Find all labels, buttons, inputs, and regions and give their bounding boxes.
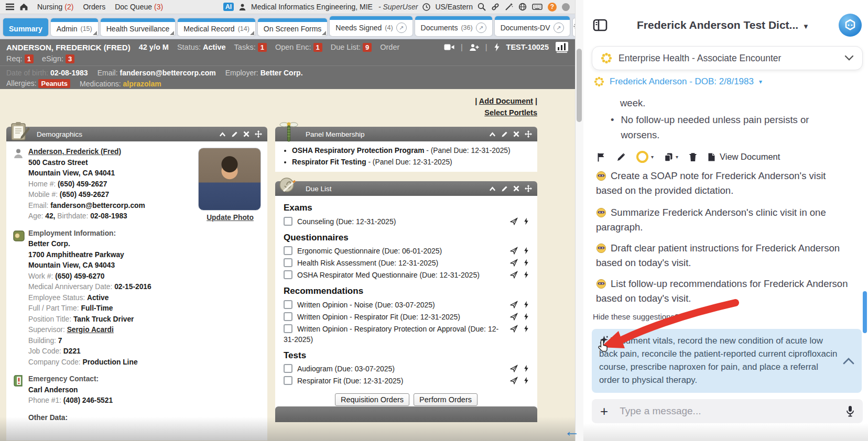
chat-scrollbar[interactable]: [863, 291, 867, 333]
popout-icon[interactable]: ↗: [476, 23, 486, 33]
requisition-orders-button[interactable]: Requisition Orders: [335, 393, 409, 406]
checkbox[interactable]: [284, 312, 292, 321]
checkbox[interactable]: [284, 217, 292, 226]
perform-order-bolt-icon[interactable]: [524, 365, 529, 372]
collapse-icon[interactable]: [489, 186, 496, 192]
tab-needs-signed[interactable]: Needs Signed(4)↗: [330, 16, 412, 36]
send-order-icon[interactable]: [510, 377, 518, 384]
due-list-count-badge[interactable]: 9: [363, 43, 372, 52]
assistant-avatar[interactable]: [839, 14, 862, 37]
checkbox[interactable]: [284, 300, 292, 309]
send-order-icon[interactable]: [510, 259, 518, 267]
checkbox[interactable]: [284, 258, 292, 267]
title-caret-icon[interactable]: ▼: [802, 23, 809, 30]
medication-value[interactable]: alprazolam: [123, 80, 161, 88]
req-count-badge[interactable]: 1: [25, 54, 34, 63]
open-enc-count-badge[interactable]: 1: [313, 43, 322, 52]
encounter-id[interactable]: TEST-10025: [506, 43, 549, 51]
checkbox[interactable]: [284, 376, 292, 385]
patient-name-link[interactable]: Anderson, Frederick (Fred): [28, 148, 121, 156]
collapse-icon[interactable]: [219, 131, 226, 137]
next-portlet-header-peek[interactable]: [275, 406, 537, 422]
chart-stats-icon[interactable]: [555, 41, 569, 53]
edit-icon[interactable]: [501, 131, 508, 138]
close-icon[interactable]: [513, 131, 519, 137]
action-suggestion-card[interactable]: Document vitals, record the new conditio…: [592, 329, 862, 393]
collapse-card-chevron-icon[interactable]: [843, 357, 854, 365]
tab-documents-dv[interactable]: Documents-DV↗: [495, 16, 570, 36]
flag-icon[interactable]: [597, 152, 606, 162]
suggestion-item[interactable]: Draft clear patient instructions for Fre…: [596, 241, 852, 270]
hide-suggestions-link[interactable]: Hide these suggestions?: [593, 312, 679, 321]
chevron-down-icon[interactable]: [844, 55, 854, 61]
perform-order-bolt-icon[interactable]: [524, 313, 529, 321]
suggestion-item[interactable]: List follow-up recommendations for Frede…: [596, 277, 852, 306]
chat-patient-context[interactable]: Frederick Anderson - DOB: 2/8/1983 ▾: [594, 76, 762, 87]
edit-icon[interactable]: [231, 131, 238, 138]
patient-caret-icon[interactable]: ▾: [759, 78, 762, 85]
suggestion-item[interactable]: Create a SOAP note for Frederick Anderso…: [596, 169, 852, 198]
wand-icon[interactable]: [505, 3, 513, 11]
allergy-badge[interactable]: Peanuts: [38, 79, 70, 88]
globe-icon[interactable]: [518, 3, 527, 11]
microphone-icon[interactable]: [846, 405, 854, 417]
checkbox[interactable]: [284, 324, 292, 333]
add-person-icon[interactable]: [469, 43, 479, 51]
hamburger-menu-icon[interactable]: [5, 3, 15, 10]
delete-trash-icon[interactable]: [689, 152, 697, 162]
sidebar-toggle-icon[interactable]: [593, 19, 607, 31]
home-icon[interactable]: [19, 3, 28, 11]
send-order-icon[interactable]: [510, 325, 518, 333]
keyboard-icon[interactable]: [532, 3, 542, 10]
nav-nursing[interactable]: Nursing(2): [37, 3, 73, 11]
add-document-link[interactable]: Add Document: [479, 97, 533, 105]
perform-order-bolt-icon[interactable]: [524, 217, 529, 225]
perform-order-bolt-icon[interactable]: [524, 301, 529, 308]
perform-order-bolt-icon[interactable]: [524, 325, 529, 333]
due-list-header[interactable]: Due List: [275, 181, 537, 196]
perform-order-bolt-icon[interactable]: [524, 377, 529, 384]
send-order-icon[interactable]: [510, 365, 518, 372]
organization-name[interactable]: Medical Informatics Engineering, MIE: [251, 3, 373, 11]
link-icon[interactable]: [491, 3, 500, 11]
checkbox[interactable]: [284, 270, 292, 279]
send-order-icon[interactable]: [510, 247, 518, 255]
encounter-selector[interactable]: Enterprise Health - Associate Encounter: [592, 46, 863, 70]
suggestion-item[interactable]: Summarize Frederick Anderson's clinic vi…: [596, 205, 852, 235]
eh-action-menu[interactable]: ▾: [636, 151, 654, 163]
perform-order-bolt-icon[interactable]: [524, 271, 529, 279]
message-input[interactable]: [619, 405, 836, 417]
copy-menu[interactable]: ▾: [664, 152, 678, 162]
edit-icon[interactable]: [501, 185, 508, 192]
move-icon[interactable]: [525, 185, 532, 192]
perform-orders-button[interactable]: Perform Orders: [414, 393, 478, 406]
select-portlets-link[interactable]: Select Portlets: [484, 108, 537, 117]
tab-summary[interactable]: Summary: [3, 18, 48, 36]
close-icon[interactable]: [513, 185, 519, 192]
chat-title[interactable]: Frederick Anderson Test Dict...▼: [607, 19, 839, 31]
tab-documents[interactable]: Documents(36)↗: [415, 16, 492, 36]
perform-order-bolt-icon[interactable]: [524, 259, 529, 267]
close-icon[interactable]: [243, 131, 249, 137]
tab-health-surveillance[interactable]: Health Surveillance: [101, 18, 176, 36]
timezone-label[interactable]: US/Eastern: [435, 3, 473, 11]
tasks-count-badge[interactable]: 1: [258, 43, 267, 52]
help-icon[interactable]: ?: [548, 3, 557, 12]
collapse-panel-arrow[interactable]: ←: [564, 422, 580, 440]
supervisor-link[interactable]: Sergio Acardi: [67, 326, 114, 334]
view-document-button[interactable]: View Document: [708, 152, 780, 162]
collapse-icon[interactable]: [489, 131, 496, 137]
video-call-icon[interactable]: [444, 43, 454, 51]
perform-order-bolt-icon[interactable]: [524, 247, 529, 255]
send-order-icon[interactable]: [510, 217, 518, 225]
tab-on-screen-forms[interactable]: On Screen Forms: [258, 18, 327, 36]
panel-membership-header[interactable]: Panel Membership: [275, 127, 537, 141]
quick-action-bolt-icon[interactable]: [494, 43, 500, 51]
edit-pencil-icon[interactable]: [616, 152, 626, 162]
send-order-icon[interactable]: [510, 301, 518, 308]
esign-count-badge[interactable]: 3: [66, 54, 74, 63]
send-order-icon[interactable]: [510, 271, 518, 279]
nav-orders[interactable]: Orders: [83, 3, 105, 11]
popout-icon[interactable]: ↗: [554, 23, 564, 33]
nav-doc-queue[interactable]: Doc Queue(3): [115, 3, 163, 11]
